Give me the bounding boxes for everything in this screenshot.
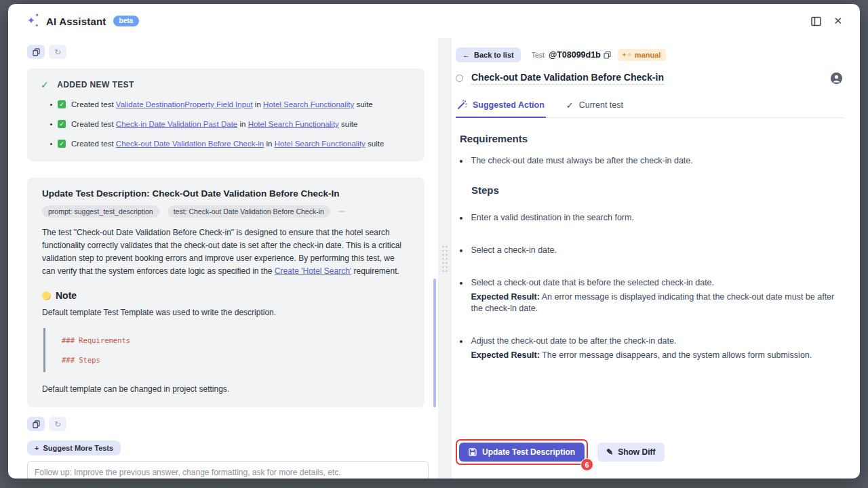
step-item: Select a check-out date that is before t…: [460, 277, 841, 314]
checkbox-emoji-icon: ✓: [58, 100, 66, 108]
annotation-highlight-box: Update Test Description 6: [456, 439, 588, 465]
added-tests-title: ADDED NEW TEST: [57, 80, 134, 89]
expected-result: Expected Result: An error message is dis…: [471, 291, 842, 314]
card-title: Update Test Description: Check-Out Date …: [42, 188, 410, 199]
beta-badge: beta: [113, 16, 140, 26]
test-link[interactable]: Validate DestinationProperty Field Input: [116, 100, 253, 108]
modal-header: ✦✦✦ AI Assistant beta ✕: [8, 4, 860, 38]
note-title: Note: [56, 290, 77, 301]
suite-link[interactable]: Hotel Search Functionality: [248, 120, 339, 128]
update-description-card: Update Test Description: Check-Out Date …: [27, 178, 425, 407]
test-id: @T08099d1b: [549, 50, 601, 60]
checkbox-emoji-icon: ✓: [58, 120, 66, 128]
success-check-icon: ✓: [41, 79, 49, 90]
note-line: Default template can be changed in proje…: [42, 384, 410, 394]
check-icon: ✓: [566, 100, 574, 110]
test-tag: test: Check-out Date Validation Before C…: [167, 205, 330, 218]
suggest-more-tests-button[interactable]: + Suggest More Tests: [27, 441, 121, 455]
left-scrollbar-thumb[interactable]: [433, 279, 436, 407]
step-item: Select a check-in date.: [460, 245, 841, 256]
test-label: Test: [532, 51, 545, 59]
manual-status-badge: ✦✧ manual: [618, 49, 667, 61]
expected-result: Expected Result: The error message disap…: [471, 350, 812, 361]
assignee-avatar[interactable]: [831, 73, 842, 84]
show-diff-button[interactable]: ✎ Show Diff: [597, 443, 664, 462]
steps-heading: Steps: [471, 184, 841, 196]
checkbox-emoji-icon: ✓: [58, 140, 66, 148]
ai-assistant-modal: ✦✦✦ AI Assistant beta ✕ ↻ ✓: [8, 4, 860, 479]
copy-response-button[interactable]: [27, 45, 45, 59]
created-test-item: ✓ Created test Check-out Date Validation…: [50, 139, 411, 149]
step-item: Enter a valid destination in the search …: [460, 212, 841, 224]
prompt-tag: prompt: suggest_test_description: [42, 205, 159, 218]
chick-emoji-icon: [42, 291, 51, 300]
test-detail-panel: ← Back to list Test @T08099d1b ✦✧ manual…: [452, 38, 860, 479]
created-test-item: ✓ Created test Validate DestinationPrope…: [50, 100, 411, 110]
back-arrow-icon: ←: [462, 51, 470, 59]
tab-suggested-action[interactable]: Suggested Action: [456, 96, 546, 118]
annotation-number-badge: 6: [580, 458, 593, 471]
drag-handle[interactable]: [441, 245, 448, 272]
close-icon[interactable]: ✕: [833, 15, 842, 27]
tab-current-test[interactable]: ✓ Current test: [565, 96, 625, 117]
template-blockquote: ### Requirements ### Steps: [43, 328, 410, 372]
code-line: ### Steps: [62, 356, 410, 364]
test-link[interactable]: Check-in Date Validation Past Date: [116, 120, 237, 128]
automation-sparkle-icon: ✦✧: [622, 52, 632, 58]
test-link[interactable]: Check-out Date Validation Before Check-i…: [116, 140, 264, 148]
description-paragraph: The test "Check-out Date Validation Befo…: [42, 226, 410, 278]
panel-layout-icon[interactable]: [811, 16, 821, 26]
copy-response-button[interactable]: [27, 417, 45, 431]
detail-tabs: Suggested Action ✓ Current test: [456, 96, 844, 118]
collapse-dash: [338, 211, 345, 212]
requirement-link[interactable]: Create 'Hotel Search': [275, 266, 351, 276]
step-item: Adjust the check-out date to be after th…: [460, 336, 841, 361]
added-tests-card: ✓ ADDED NEW TEST ✓ Created test Validate…: [27, 68, 425, 161]
test-title: Check-out Date Validation Before Check-i…: [471, 72, 664, 85]
magic-wand-icon: [457, 100, 467, 110]
page-title: AI Assistant: [46, 16, 106, 27]
created-test-item: ✓ Created test Check-in Date Validation …: [50, 119, 411, 129]
suite-link[interactable]: Hotel Search Functionality: [263, 100, 354, 108]
ai-sparkle-icon: ✦✦✦: [27, 15, 39, 27]
pencil-icon: ✎: [606, 447, 613, 457]
suite-link[interactable]: Hotel Search Functionality: [275, 140, 366, 148]
note-line: Default template Test Template was used …: [42, 308, 410, 317]
follow-up-input[interactable]: [27, 461, 429, 479]
save-icon: [469, 448, 477, 456]
code-line: ### Requirements: [62, 336, 410, 344]
copy-test-id-icon[interactable]: [604, 51, 611, 59]
regenerate-icon[interactable]: ↻: [49, 417, 66, 431]
test-status-circle[interactable]: [456, 75, 463, 82]
update-test-description-button[interactable]: Update Test Description: [459, 443, 585, 462]
plus-icon: +: [35, 444, 39, 452]
chat-panel: ↻ ✓ ADDED NEW TEST ✓ Created test Valida…: [8, 38, 438, 479]
back-to-list-button[interactable]: ← Back to list: [456, 47, 521, 62]
regenerate-icon[interactable]: ↻: [49, 45, 66, 59]
requirement-item: The check-out date must always be after …: [460, 155, 841, 167]
requirements-heading: Requirements: [460, 133, 841, 144]
panel-divider[interactable]: [438, 38, 452, 479]
